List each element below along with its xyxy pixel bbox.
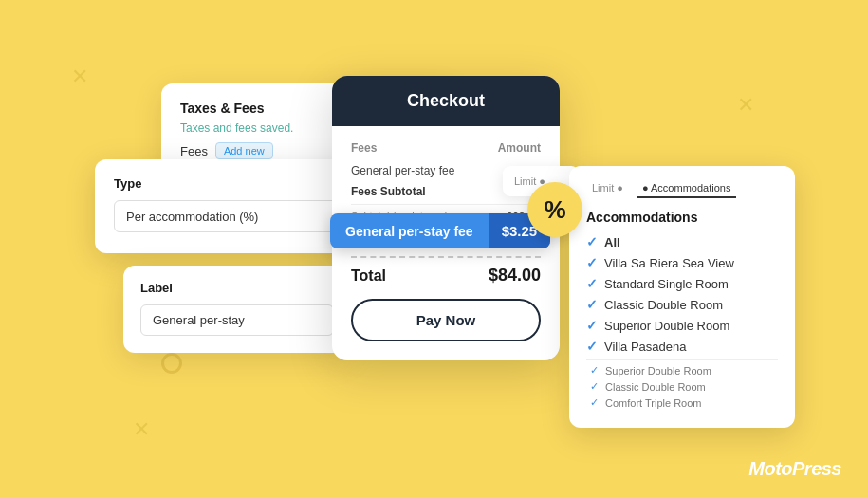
- percent-symbol: %: [544, 195, 565, 225]
- pay-now-button[interactable]: Pay Now: [351, 299, 541, 341]
- sub-accommodation-name-3: Comfort Triple Room: [605, 397, 701, 409]
- list-item: ✓ Superior Double Room: [586, 364, 778, 377]
- deco-x-1: ✕: [71, 66, 88, 87]
- type-card: Type Per accommodation (%) ▾: [95, 159, 370, 253]
- check-icon-5: ✓: [586, 339, 598, 354]
- list-item: ✓ Villa Sa Riera Sea View: [586, 255, 778, 270]
- col-fees-header: Fees: [351, 141, 377, 155]
- tab-accommodations[interactable]: ● Accommodations: [637, 179, 736, 198]
- type-label: Type: [114, 176, 351, 191]
- list-item: ✓ All: [586, 234, 778, 249]
- fee-name: General per-stay fee: [351, 164, 454, 177]
- fees-label: Fees: [180, 144, 208, 158]
- accommodation-name-all: All: [604, 235, 620, 249]
- deco-circle-2: [161, 353, 182, 374]
- checkout-title: Checkout: [351, 91, 541, 111]
- accommodations-tabs: Limit ● ● Accommodations: [586, 179, 778, 198]
- sub-check-icon-2: ✓: [590, 380, 599, 393]
- deco-x-2: ✕: [737, 95, 754, 116]
- accommodations-card: Limit ● ● Accommodations Accommodations …: [569, 166, 795, 428]
- sub-accommodation-name-2: Classic Double Room: [605, 381, 706, 393]
- sub-check-icon-3: ✓: [590, 396, 599, 409]
- check-icon-all: ✓: [586, 234, 598, 249]
- label-card: Label: [123, 266, 351, 353]
- sub-accommodation-name-1: Superior Double Room: [605, 365, 711, 377]
- percent-badge: %: [527, 182, 582, 237]
- list-item: ✓ Comfort Triple Room: [586, 396, 778, 409]
- type-select[interactable]: Per accommodation (%) ▾: [114, 200, 351, 232]
- list-item: ✓ Superior Double Room: [586, 318, 778, 333]
- total-amount: $84.00: [489, 266, 541, 285]
- label-input[interactable]: [140, 304, 334, 336]
- label-card-title: Label: [140, 281, 334, 295]
- list-item: ✓ Classic Double Room: [586, 380, 778, 393]
- motopress-logo: MotoPress: [748, 458, 841, 480]
- accommodations-title: Accommodations: [586, 210, 778, 225]
- deco-x-4: ✕: [133, 419, 150, 440]
- list-item: ✓ Classic Double Room: [586, 297, 778, 312]
- check-icon-2: ✓: [586, 276, 598, 291]
- fee-banner: General per-stay fee $3.25: [330, 213, 550, 248]
- check-icon-4: ✓: [586, 318, 598, 333]
- list-item: ✓ Standard Single Room: [586, 276, 778, 291]
- fees-subtotal-label: Fees Subtotal: [351, 185, 426, 198]
- accommodation-name-4: Superior Double Room: [604, 319, 729, 333]
- fee-banner-label: General per-stay fee: [330, 214, 489, 248]
- accommodation-name-1: Villa Sa Riera Sea View: [604, 256, 734, 270]
- accommodation-sublist: ✓ Superior Double Room ✓ Classic Double …: [586, 359, 778, 409]
- add-new-button[interactable]: Add new: [215, 142, 273, 159]
- motopress-text: MotoPress: [748, 458, 841, 479]
- accommodation-name-3: Classic Double Room: [604, 298, 723, 312]
- checkout-header: Checkout: [332, 76, 560, 126]
- type-select-value: Per accommodation (%): [126, 210, 332, 224]
- accommodation-name-2: Standard Single Room: [604, 277, 729, 291]
- check-icon-3: ✓: [586, 297, 598, 312]
- list-item: ✓ Villa Pasadena: [586, 339, 778, 354]
- accommodation-name-5: Villa Pasadena: [604, 340, 687, 354]
- check-icon-1: ✓: [586, 255, 598, 270]
- tab-limit[interactable]: Limit ●: [586, 179, 629, 198]
- sub-check-icon-1: ✓: [590, 364, 599, 377]
- total-label: Total: [351, 267, 386, 285]
- col-amount-header: Amount: [498, 141, 541, 155]
